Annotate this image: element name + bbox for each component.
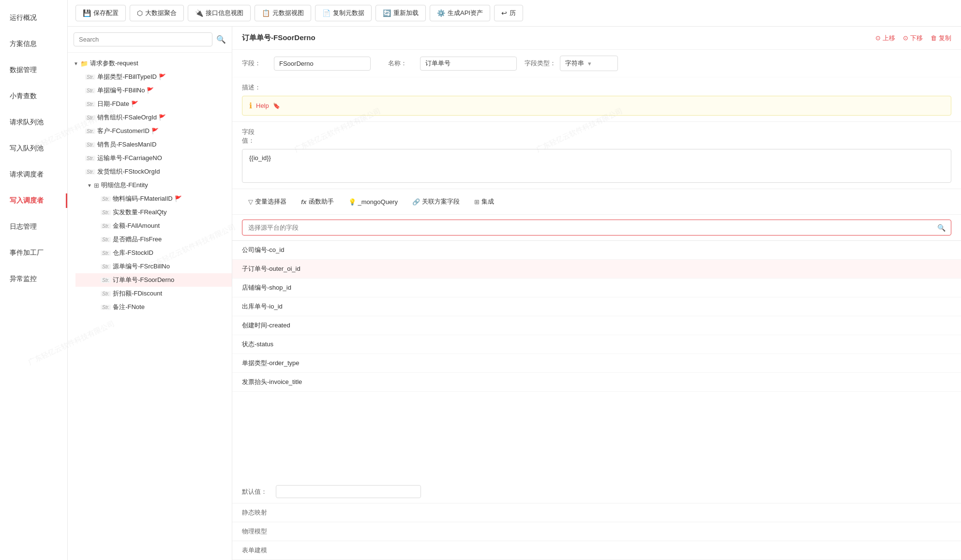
table-create-row: 表单建模 [232, 541, 961, 560]
tree-group-header-request[interactable]: ▼ 📁 请求参数-request [68, 57, 232, 70]
tree-item-fcarriagenono[interactable]: Str. 运输单号-FCarriageNO [68, 151, 232, 165]
flag-icon: 🚩 [131, 101, 138, 107]
sidebar-item-request-dispatcher[interactable]: 请求调度者 [0, 162, 67, 188]
description-area: 描述： ℹ Help 🔖 [232, 77, 961, 122]
reload-button[interactable]: 🔄 重新加载 [375, 5, 426, 21]
dropdown-item-created[interactable]: 创建时间-created [232, 316, 961, 335]
physical-model-row: 物理模型 [232, 522, 961, 541]
api-icon: ⚙️ [437, 9, 445, 17]
related-fields-tab[interactable]: 🔗 关联方案字段 [406, 194, 466, 209]
sidebar-item-write-dispatcher[interactable]: 写入调度者 [0, 188, 67, 214]
field-name-label: 字段： [242, 59, 266, 68]
interface-view-button[interactable]: 🔌 接口信息视图 [188, 5, 251, 21]
tree-item-fsoorderno[interactable]: Str. 订单单号-FSoorDerno [75, 273, 232, 287]
table-icon: ⊞ [94, 182, 99, 189]
tree-item-fisfree[interactable]: Str. 是否赠品-FIsFree [75, 233, 232, 246]
mongo-query-tab[interactable]: 💡 _mongoQuery [342, 195, 404, 209]
tree-item-fdate[interactable]: Str. 日期-FDate 🚩 [68, 97, 232, 111]
gen-api-button[interactable]: ⚙️ 生成API资产 [430, 5, 490, 21]
search-box: 🔍 [68, 27, 232, 53]
tree-item-fbillno[interactable]: Str. 单据编号-FBillNo 🚩 [68, 84, 232, 97]
tree-item-fstockorgid[interactable]: Str. 发货组织-FStockOrgId [68, 165, 232, 178]
tree-container: ▼ 📁 请求参数-request Str. 单据类型-FBillTypeID 🚩… [68, 53, 232, 560]
default-value-input[interactable] [276, 485, 421, 498]
up-icon: ⊙ [875, 34, 881, 42]
dropdown-item-outer-oi-id[interactable]: 子订单号-outer_oi_id [232, 260, 961, 279]
display-name-input[interactable] [420, 57, 517, 71]
integrated-tab[interactable]: ⊞ 集成 [468, 194, 500, 209]
help-circle-icon: ℹ [249, 101, 252, 110]
sidebar-item-small-query[interactable]: 小青查数 [0, 83, 67, 109]
save-small-icon: 🔖 [273, 103, 280, 109]
down-icon: ⊙ [903, 34, 908, 42]
dropdown-item-invoice-title[interactable]: 发票抬头-invoice_title [232, 373, 961, 392]
grid-icon: ⊞ [474, 198, 480, 206]
field-search-area: 🔍 [232, 215, 961, 240]
field-card: 订单单号-FSoorDerno ⊙ 上移 ⊙ 下移 🗑 复制 [232, 27, 961, 560]
field-value-label-row: 字段值： [242, 128, 951, 145]
sidebar-item-request-pool[interactable]: 请求队列池 [0, 109, 67, 135]
tree-item-fnote[interactable]: Str. 备注-FNote [75, 300, 232, 314]
tree-subgroup-entity: ▼ ⊞ 明细信息-FEntity Str. 物料编码-FMaterialID 🚩… [75, 178, 232, 314]
dropdown-item-order-type[interactable]: 单据类型-order_type [232, 354, 961, 373]
field-info-row: 字段： 名称： 字段类型： 字符串 ▾ [232, 50, 961, 77]
flag-icon: 🚩 [159, 114, 166, 121]
dropdown-item-co-id[interactable]: 公司编号-co_id [232, 241, 961, 260]
dropdown-item-status[interactable]: 状态-status [232, 335, 961, 354]
tree-item-fbilltypeid[interactable]: Str. 单据类型-FBillTypeID 🚩 [68, 70, 232, 84]
copy-meta-button[interactable]: 📄 复制元数据 [315, 5, 372, 21]
tree-item-fmaterialid[interactable]: Str. 物料编码-FMaterialID 🚩 [75, 192, 232, 206]
interface-icon: 🔌 [195, 9, 203, 17]
sidebar-item-solution[interactable]: 方案信息 [0, 31, 67, 57]
default-value-row: 默认值： [232, 480, 961, 503]
tree-item-fsalesmanid[interactable]: Str. 销售员-FSalesManID [68, 138, 232, 151]
tree-item-fdiscount[interactable]: Str. 折扣额-FDiscount [75, 287, 232, 300]
tree-item-fcustomerid[interactable]: Str. 客户-FCustomerID 🚩 [68, 124, 232, 138]
big-data-merge-button[interactable]: ⬡ 大数据聚合 [130, 5, 184, 21]
sidebar-item-log-mgmt[interactable]: 日志管理 [0, 214, 67, 240]
field-type-selector: 字段类型： 字符串 ▾ [525, 56, 618, 71]
bulb-icon: 💡 [348, 198, 356, 206]
tree-item-fsaleorgid[interactable]: Str. 销售组织-FSaleOrgId 🚩 [68, 111, 232, 124]
tree-item-frealqty[interactable]: Str. 实发数量-FRealQty [75, 206, 232, 219]
sidebar-item-overview[interactable]: 运行概况 [0, 5, 67, 31]
move-up-button[interactable]: ⊙ 上移 [875, 34, 895, 43]
sidebar-item-data-mgmt[interactable]: 数据管理 [0, 57, 67, 83]
field-header: 订单单号-FSoorDerno ⊙ 上移 ⊙ 下移 🗑 复制 [232, 27, 961, 50]
history-button[interactable]: ↩ 历 [494, 5, 523, 21]
sidebar-item-write-pool[interactable]: 写入队列池 [0, 135, 67, 162]
static-mapping-row: 静态映射 [232, 503, 961, 522]
default-value-label: 默认值： [242, 487, 271, 496]
field-value-box[interactable]: {{io_id}} [242, 149, 951, 183]
field-type-dropdown[interactable]: 字符串 ▾ [560, 56, 618, 71]
tree-group-request-params: ▼ 📁 请求参数-request Str. 单据类型-FBillTypeID 🚩… [68, 57, 232, 314]
save-config-button[interactable]: 💾 保存配置 [75, 5, 126, 21]
field-search-input[interactable] [242, 220, 951, 236]
meta-view-button[interactable]: 📋 元数据视图 [255, 5, 311, 21]
fx-icon: fx [301, 198, 307, 206]
search-input[interactable] [74, 32, 212, 46]
folder-icon: 📁 [80, 60, 88, 67]
tree-group-header-entity[interactable]: ▼ ⊞ 明细信息-FEntity [75, 178, 232, 192]
variable-selector-tab[interactable]: ▽ 变量选择器 [242, 194, 293, 209]
search-icon[interactable]: 🔍 [216, 35, 226, 44]
dropdown-item-shop-id[interactable]: 店铺编号-shop_id [232, 279, 961, 297]
dropdown-item-io-id[interactable]: 出库单号-io_id [232, 297, 961, 316]
tree-item-fallamount[interactable]: Str. 金额-FAllAmount [75, 219, 232, 233]
field-value-label: 字段值： [242, 128, 266, 145]
static-mapping-label: 静态映射 [242, 508, 271, 517]
description-box[interactable]: ℹ Help 🔖 [242, 96, 951, 116]
sidebar: 运行概况 方案信息 数据管理 小青查数 请求队列池 写入队列池 请求调度者 写入… [0, 0, 68, 560]
tree-item-fstockid[interactable]: Str. 仓库-FStockID [75, 246, 232, 260]
tree-item-fsrcbillno[interactable]: Str. 源单编号-FSrcBillNo [75, 260, 232, 273]
sidebar-item-event-factory[interactable]: 事件加工厂 [0, 240, 67, 266]
copy-button[interactable]: 🗑 复制 [931, 34, 951, 43]
move-down-button[interactable]: ⊙ 下移 [903, 34, 923, 43]
field-name-input[interactable] [274, 57, 371, 71]
function-helper-tab[interactable]: fx 函数助手 [295, 194, 340, 209]
sidebar-item-anomaly-monitor[interactable]: 异常监控 [0, 266, 67, 292]
right-panel: 订单单号-FSoorDerno ⊙ 上移 ⊙ 下移 🗑 复制 [232, 27, 961, 560]
copy-meta-icon: 📄 [322, 9, 330, 17]
history-icon: ↩ [501, 9, 507, 17]
dropdown-container: 公司编号-co_id 子订单号-outer_oi_id 店铺编号-shop_id… [232, 240, 961, 480]
